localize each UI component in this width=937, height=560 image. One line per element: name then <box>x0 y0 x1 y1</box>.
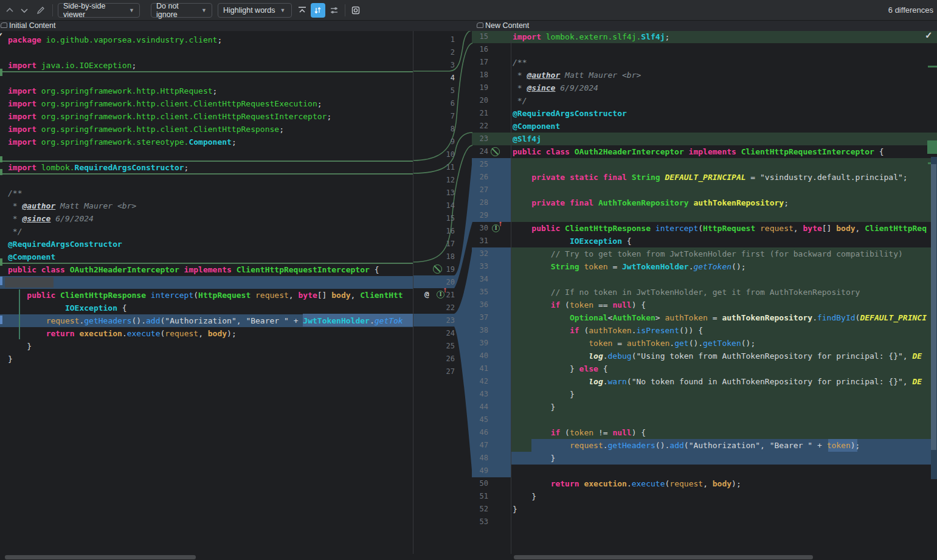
changed-line-background <box>511 273 937 286</box>
code-token: public <box>27 291 60 300</box>
code-token: authToken <box>665 313 707 322</box>
code-line: @RequiredArgsConstructor <box>8 238 413 251</box>
line-number: 25 <box>472 158 488 171</box>
code-token: JwtTokenHolder <box>622 262 689 271</box>
changed-line-background <box>511 209 937 222</box>
line-number: 14 <box>425 199 455 212</box>
code-token: { <box>117 303 127 313</box>
code-token: byte <box>298 291 317 300</box>
code-token <box>513 249 551 258</box>
left-horizontal-scrollbar[interactable] <box>5 555 196 559</box>
right-horizontal-scrollbar[interactable] <box>514 555 813 559</box>
sync-scrolling-button[interactable] <box>311 3 325 18</box>
code-token: . <box>627 479 632 488</box>
code-token: import <box>8 163 36 172</box>
line-number: 28 <box>472 196 488 209</box>
vertical-scrollbar[interactable] <box>931 164 936 450</box>
code-token: getToken <box>703 339 741 348</box>
code-token: @since <box>22 214 50 223</box>
implements-method-icon[interactable]: I <box>492 224 500 232</box>
code-token: ; <box>213 86 218 95</box>
code-token: implements <box>684 147 741 156</box>
viewer-mode-combo[interactable]: Side-by-side viewer ▼ <box>58 3 140 18</box>
change-marker <box>0 316 2 324</box>
code-token: = <box>608 262 622 271</box>
code-line: import org.springframework.http.client.C… <box>8 123 413 136</box>
code-token: public class <box>8 265 70 274</box>
code-token: import <box>8 86 36 95</box>
code-line: } <box>513 490 937 503</box>
suppress-inspection-icon[interactable] <box>433 264 442 274</box>
line-number: 50 <box>472 477 488 490</box>
line-number: 9 <box>425 136 455 148</box>
collapse-unchanged-icon[interactable] <box>295 3 309 18</box>
code-token: import <box>8 61 36 70</box>
line-number: 8 <box>425 123 455 136</box>
code-token <box>8 303 65 313</box>
code-line: /** <box>513 56 937 69</box>
code-token: org.springframework.http.client.ClientHt… <box>36 112 327 121</box>
editor-settings-icon[interactable] <box>348 3 363 18</box>
suppress-inspection-icon[interactable] <box>491 147 500 156</box>
code-token: Matt Maurer <br> <box>55 201 136 210</box>
code-token: getHeaders <box>608 441 655 450</box>
code-token: , <box>903 377 913 386</box>
code-token <box>513 351 589 361</box>
code-line: token = authToken.get().getToken(); <box>513 337 937 350</box>
code-token: ; <box>184 163 189 172</box>
code-token: IOException <box>570 237 622 246</box>
changed-line-background <box>511 184 937 196</box>
code-token: io.github.vaporsea.vsindustry.client <box>41 35 218 44</box>
code-line: log.warn("No token found in AuthTokenRep… <box>513 375 937 388</box>
code-token: /** <box>513 58 527 67</box>
code-token: ( <box>684 441 689 450</box>
code-token: , <box>903 351 913 361</box>
line-number: 44 <box>472 401 488 413</box>
code-token: request <box>165 329 198 338</box>
code-token: } <box>513 492 536 501</box>
annotation-gutter-icon[interactable]: @ <box>424 289 429 299</box>
ignore-policy-combo[interactable]: Do not ignore ▼ <box>151 3 212 18</box>
code-token: // Try to get token from JwtTokenHolder … <box>551 249 903 258</box>
code-token: ; <box>327 112 331 121</box>
line-number: 18 <box>425 251 455 263</box>
implements-method-icon[interactable]: I <box>437 291 444 299</box>
code-token: ; <box>903 173 908 182</box>
next-difference-icon[interactable] <box>17 3 32 18</box>
code-token: org.springframework.http.HttpRequest <box>36 86 213 95</box>
line-number: 4 <box>425 72 455 85</box>
line-number: 27 <box>472 184 488 196</box>
code-token: package <box>8 35 41 44</box>
code-line: if (token != null) { <box>513 426 937 439</box>
document-icon <box>1 22 7 28</box>
code-token: . <box>603 377 608 386</box>
code-token <box>513 237 570 246</box>
code-token: ; <box>784 198 789 207</box>
code-token: HttpRequest <box>703 224 760 233</box>
change-marker <box>0 169 2 175</box>
code-token <box>513 428 551 437</box>
code-token: if <box>570 326 584 335</box>
previous-difference-icon[interactable] <box>2 3 17 18</box>
code-token: Matt Maurer <br> <box>560 71 641 80</box>
code-token: @Slf4j <box>513 134 541 143</box>
align-changes-icon[interactable] <box>327 3 342 18</box>
apply-change-check-icon[interactable]: ✓ <box>0 30 4 41</box>
code-token: request <box>760 224 794 233</box>
line-number: 27 <box>425 365 455 378</box>
chevron-down-icon: ▼ <box>280 7 285 13</box>
code-token: body <box>836 224 855 233</box>
code-token: body <box>713 479 731 488</box>
code-token: String <box>551 262 584 271</box>
code-token: (). <box>132 316 146 325</box>
line-number: 6 <box>425 97 455 110</box>
edit-pencil-icon[interactable] <box>33 3 48 18</box>
code-token: import <box>513 32 541 41</box>
code-token: * <box>8 214 22 223</box>
code-token: execute <box>632 479 665 488</box>
code-token: , <box>237 316 246 325</box>
highlight-mode-combo[interactable]: Highlight words ▼ <box>218 3 292 18</box>
apply-change-check-icon[interactable]: ✓ <box>925 30 933 41</box>
changed-line-background <box>511 158 937 171</box>
code-token: execution <box>79 329 122 338</box>
